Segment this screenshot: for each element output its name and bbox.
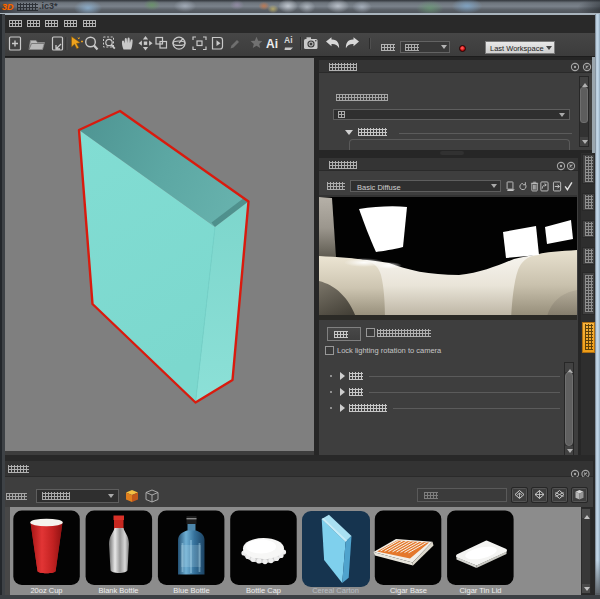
svg-text:Ai: Ai [266, 37, 278, 51]
svg-text:Ai: Ai [284, 35, 293, 45]
